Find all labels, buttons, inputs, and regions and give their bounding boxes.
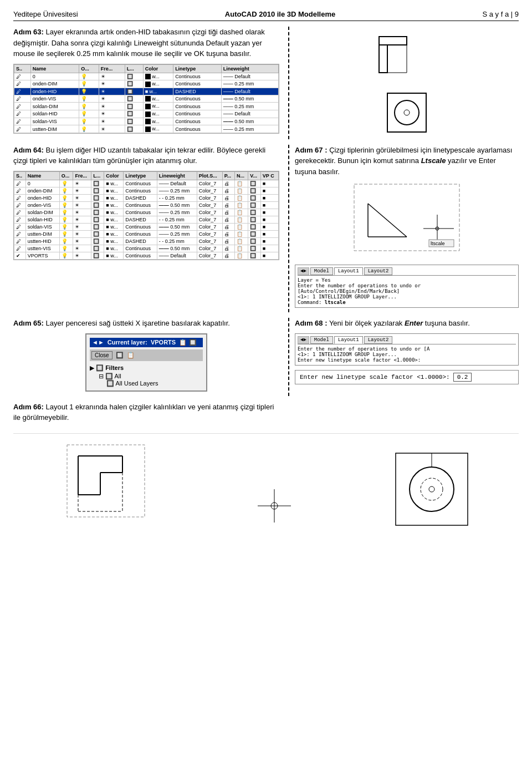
table-row: 🖊 soldan-VIS 💡 ☀ 🔲 w... Continuous —— 0.… xyxy=(14,118,279,125)
filter-icon1: 🔲 xyxy=(116,352,124,359)
filter-arrows: ◄► xyxy=(92,339,104,346)
adim67-title: Adım 67 : xyxy=(295,146,328,154)
layer-filter-icons: 📋 🔲 xyxy=(179,339,197,346)
adim68-section: Adım 68 : Yeni bir ölçek yazılarak Enter… xyxy=(288,318,519,396)
drawing-circle xyxy=(385,90,429,135)
layer-filter-panel: ◄► Current layer: Current layer: VPORTS … xyxy=(85,333,207,392)
layer-table-1-table: S.. Name O... Fre... L... Color Linetype… xyxy=(14,64,279,133)
all-used-label: All Used Layers xyxy=(115,380,158,387)
adim65-text: Adım 65: Layer penceresi sağ üstteki X i… xyxy=(13,318,279,329)
bottom-drawing-l-dashed xyxy=(62,439,156,528)
adim64-left: Adım 64: Bu işlem diğer HID uzantılı tab… xyxy=(13,145,279,313)
tab2-arrows: ◄► xyxy=(298,336,309,344)
adim63-text: Adım 63: Layer ekranında artık onden-HID… xyxy=(13,27,279,59)
svg-text:ltscale: ltscale xyxy=(431,241,445,246)
tab-layout1[interactable]: Layout1 xyxy=(334,267,363,275)
table-row: 🖊 onden-VIS 💡 ☀ 🔲 w... Continuous —— 0.5… xyxy=(14,95,279,103)
drawing-l-shape xyxy=(374,31,440,81)
table-row: 🖊 0 💡☀🔲 ■ w... Continuous —— Default Col… xyxy=(14,180,279,187)
adim66-right xyxy=(288,402,519,428)
cmd2-line-3: Enter new linetype scale factor <1.0000>… xyxy=(298,357,516,363)
filters-label: Filters xyxy=(105,364,124,371)
adim64-title: Adım 64: xyxy=(13,146,44,154)
page-number: S a y f a | 9 xyxy=(482,10,519,18)
table-row: 🖊 ustten-DIM 💡 ☀ 🔲 w... Continuous —— 0.… xyxy=(14,125,279,133)
layer-table-1: S.. Name O... Fre... L... Color Linetype… xyxy=(13,64,279,134)
filter-icon2: 📋 xyxy=(127,352,135,359)
adim66-text: Adım 66: Layout 1 ekranında halen çizgil… xyxy=(13,402,279,423)
table-row: 🖊 onden-HID 💡☀🔲 ■ w... DASHED - - 0.25 m… xyxy=(14,194,279,201)
adim67-text: Adım 67 : Çizgi tiplerinin görülebilmesi… xyxy=(295,145,519,177)
icon1: 📋 xyxy=(179,339,187,346)
adim65-68-section: Adım 65: Layer penceresi sağ üstteki X i… xyxy=(13,318,519,396)
filter-toolbar: Close 🔲 📋 xyxy=(90,349,203,361)
cmd-tabs: ◄► Model Layout1 Layout2 xyxy=(298,267,516,276)
table-row: 🖊 soldan-DIM 💡☀🔲 ■ w... Continuous —— 0.… xyxy=(14,209,279,216)
arrow-icon: ▶ xyxy=(90,364,94,371)
table-row: 🖊 soldan-DIM 💡 ☀ 🔲 w... Continuous —— 0.… xyxy=(14,103,279,110)
table-row: 🖊 onden-DIM 💡☀🔲 ■ w... Continuous —— 0.2… xyxy=(14,187,279,194)
ltscale-prompt: Enter new linetype scale factor <1.0000>… xyxy=(300,374,450,381)
drawing-triangle-cross: ltscale xyxy=(351,181,462,259)
svg-line-9 xyxy=(368,204,407,237)
adim64-section: Adım 64: Bu işlem diğer HID uzantılı tab… xyxy=(13,145,519,313)
adim63-text2: Daha sonra çizgi kalınlığı Lineweight sü… xyxy=(13,39,262,58)
layer-table-2-header: S.. Name O... Fre... L... Color Linetype… xyxy=(14,171,279,180)
cmd-line-3: <1>: 1 INTELLIZOOM GROUP Layer... xyxy=(298,294,516,300)
cmd-line-4: Command: ltscale xyxy=(298,300,516,305)
filter-sub-all-used: 🔲 All Used Layers xyxy=(90,380,203,387)
tab2-layout1[interactable]: Layout1 xyxy=(334,336,363,344)
adim66-left: Adım 66: Layout 1 ekranında halen çizgil… xyxy=(13,402,279,428)
table-row: ✔ VPORTS 💡☀🔲 ■ w... Continuous —— Defaul… xyxy=(14,252,279,259)
icon2: 🔲 xyxy=(189,339,197,346)
tab2-layout2[interactable]: Layout2 xyxy=(364,336,393,344)
bottom-drawings-row xyxy=(13,433,519,528)
adim67-drawing: ltscale xyxy=(295,181,519,259)
cmd-line-2: Enter the number of operations to undo o… xyxy=(298,283,516,294)
bottom-drawing-cross xyxy=(252,484,296,528)
tab-model[interactable]: Model xyxy=(310,267,333,275)
adim68-text: Adım 68 : Yeni bir ölçek yazılarak Enter… xyxy=(295,318,519,329)
svg-point-6 xyxy=(404,110,410,115)
table-row: 🖊 ustten-DIM 💡☀🔲 ■ w... Continuous —— 0.… xyxy=(14,230,279,237)
adim67-section: Adım 67 : Çizgi tiplerinin görülebilmesi… xyxy=(288,145,519,313)
all-icon: 🔲 xyxy=(105,373,113,379)
table-row: 🖊 onden-DIM 💡 ☀ 🔲 w... Continuous —— 0.2… xyxy=(14,80,279,88)
adim67-cmd-window: ◄► Model Layout1 Layout2 Layer = Yes Ent… xyxy=(295,265,519,308)
filters-icon: 🔲 xyxy=(96,364,104,371)
svg-point-31 xyxy=(421,478,443,500)
filter-item-filters: ▶ 🔲 Filters xyxy=(90,363,203,373)
adim66-section: Adım 66: Layout 1 ekranında halen çizgil… xyxy=(13,402,519,428)
cmd2-tabs: ◄► Model Layout1 Layout2 xyxy=(298,336,516,344)
svg-rect-1 xyxy=(379,45,387,73)
close-button[interactable]: Close xyxy=(91,351,112,359)
bottom-drawing-circle-dashed xyxy=(393,450,470,528)
table-row: 🖊 soldan-VIS 💡☀🔲 ■ w... Continuous —— 0.… xyxy=(14,223,279,230)
adim65-section: Adım 65: Layer penceresi sağ üstteki X i… xyxy=(13,318,279,396)
adim65-title: Adım 65: xyxy=(13,319,44,327)
filter-sub-all: ⊟ 🔲 All xyxy=(90,373,203,380)
table-row: 🖊 onden-VIS 💡☀🔲 ■ w... Continuous —— 0.5… xyxy=(14,201,279,209)
adim63-right xyxy=(288,27,519,139)
adim63-left: Adım 63: Layer ekranında artık onden-HID… xyxy=(13,27,279,139)
svg-point-30 xyxy=(410,467,454,511)
layer-filter-header: ◄► Current layer: Current layer: VPORTS … xyxy=(90,338,203,347)
ltscale-input[interactable]: 0.2 xyxy=(453,373,472,382)
adim66-title: Adım 66: xyxy=(13,403,44,411)
collapse-icon: ⊟ xyxy=(99,373,104,379)
tab2-model[interactable]: Model xyxy=(310,336,333,344)
table-row: 🖊 soldan-HID 💡☀🔲 ■ w... DASHED - - 0.25 … xyxy=(14,216,279,223)
university-name: Yeditepe Ünivesitesi xyxy=(13,10,78,18)
tab-arrows: ◄► xyxy=(298,267,309,275)
cmd-line-1: Layer = Yes xyxy=(298,277,516,283)
table-row: 🖊 0 💡 ☀ 🔲 w... Continuous —— Default xyxy=(14,73,279,80)
table-row: 🖊 ustten-VIS 💡☀🔲 ■ w... Continuous —— 0.… xyxy=(14,245,279,252)
current-layer-label: Current layer: xyxy=(108,339,147,346)
all-used-icon: 🔲 xyxy=(106,380,114,387)
tab-layout2[interactable]: Layout2 xyxy=(364,267,393,275)
cmd2-line-2: <1>: 1 INTELLIZOOM GROUP Layer... xyxy=(298,352,516,357)
layer-filter-wrap: ◄► Current layer: Current layer: VPORTS … xyxy=(13,333,279,396)
layer-table-2: S.. Name O... Fre... L... Color Linetype… xyxy=(13,171,279,260)
table-row: 🖊 ustten-HID 💡☀🔲 ■ w... DASHED - - 0.25 … xyxy=(14,237,279,245)
cmd2-line-1: Enter the number of operations to undo o… xyxy=(298,346,516,352)
